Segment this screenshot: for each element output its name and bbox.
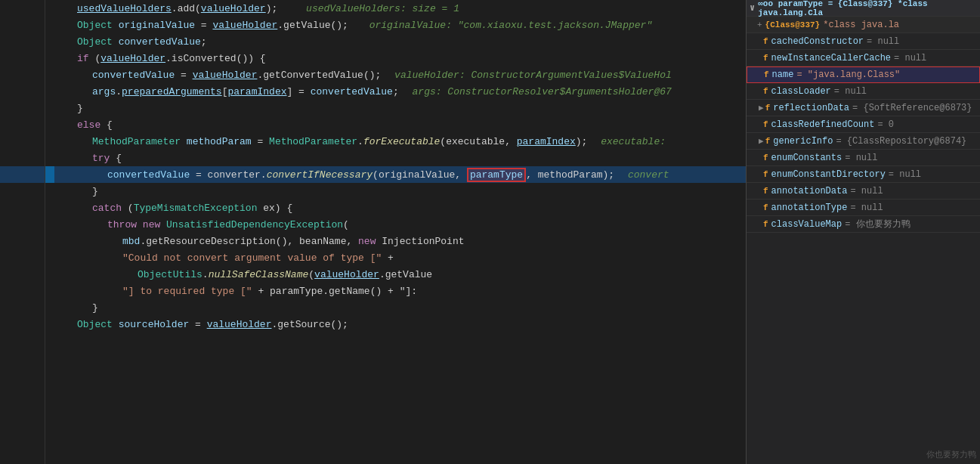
code-line: "Could not convert argument value of typ… <box>54 249 746 266</box>
code-line: MethodParameter methodParam = MethodPara… <box>54 133 746 150</box>
code-line-active: convertedValue = converter.convertIfNece… <box>54 166 746 183</box>
gutter-line <box>0 116 45 133</box>
gutter-line <box>0 83 45 100</box>
gutter-line <box>0 100 45 116</box>
watermark: 你也要努力鸭 <box>926 449 976 460</box>
debug-row-enumdir: f enumConstantDirectory = null <box>747 166 980 183</box>
class-value: *class java.la <box>823 20 899 30</box>
debug-row-cached: f cachedConstructor = null <box>747 33 980 50</box>
code-line: if (valueHolder.isConverted()) { <box>54 50 746 67</box>
field-name: reflectionData <box>773 103 849 113</box>
field-name: genericInfo <box>773 136 833 147</box>
gutter-line <box>0 17 45 33</box>
field-value: = null <box>889 169 921 180</box>
field-icon: f <box>763 170 768 179</box>
gutter-line <box>0 33 45 50</box>
gutter-line <box>0 249 45 266</box>
field-icon: f <box>763 153 768 162</box>
code-line: throw new UnsatisfiedDependencyException… <box>54 216 746 233</box>
code-content: mbd.getResourceDescription(), beanName, … <box>62 236 465 247</box>
field-value: = {SoftReference@6873} <box>852 103 972 113</box>
debug-row-anndata: f annotationData = null <box>747 183 980 200</box>
code-line: Object sourceHolder = valueHolder.getSou… <box>54 316 746 333</box>
field-value: = null <box>834 86 867 97</box>
gutter-line <box>0 216 45 233</box>
field-name: annotationData <box>771 186 848 196</box>
debug-panel[interactable]: ∨ ∞oo paramType = {Class@337} *class jav… <box>746 0 980 464</box>
field-icon: f <box>763 54 768 63</box>
code-content: MethodParameter methodParam = MethodPara… <box>62 136 666 147</box>
field-value: = null <box>850 186 883 196</box>
code-line: ObjectUtils.nullSafeClassName(valueHolde… <box>54 266 746 283</box>
field-value: = null <box>850 203 883 213</box>
debug-row-caller: f newInstanceCallerCache = null <box>747 50 980 67</box>
code-content: Object sourceHolder = valueHolder.getSou… <box>62 319 348 330</box>
field-name: name <box>772 70 794 80</box>
field-icon: f <box>765 104 771 113</box>
gutter-line <box>0 283 45 299</box>
field-icon: f <box>763 203 768 212</box>
class-icon: {Class@337} <box>765 20 821 29</box>
field-value: = "java.lang.Class" <box>796 70 900 80</box>
code-line: usedValueHolders.add(valueHolder); usedV… <box>54 0 746 17</box>
code-content: else { <box>62 119 113 131</box>
code-line: catch (TypeMismatchException ex) { <box>54 200 746 216</box>
gutter-line <box>0 233 45 249</box>
gutter-line <box>0 266 45 283</box>
code-line: convertedValue = valueHolder.getConverte… <box>54 67 746 83</box>
code-content: throw new UnsatisfiedDependencyException… <box>62 219 349 230</box>
expand-arrow-icon: ▶ <box>759 136 764 146</box>
field-icon: f <box>763 37 768 46</box>
code-content: } <box>62 302 98 314</box>
expand-icon: ∨ <box>750 2 755 14</box>
field-name: enumConstants <box>771 153 842 163</box>
param-type-highlight: paramType <box>467 168 526 182</box>
code-line: } <box>54 183 746 200</box>
code-line: "] to required type [" + paramType.getNa… <box>54 283 746 299</box>
main-container: usedValueHolders.add(valueHolder); usedV… <box>0 0 980 464</box>
debug-row-redefined: f classRedefinedCount = 0 <box>747 116 980 133</box>
field-icon: f <box>763 187 768 196</box>
gutter-line <box>0 67 45 83</box>
debug-row-anntype: f annotationType = null <box>747 200 980 216</box>
code-line: } <box>54 299 746 316</box>
code-line: } <box>54 100 746 116</box>
gutter-line <box>0 200 45 216</box>
field-icon: f <box>763 87 768 96</box>
code-content: } <box>62 186 98 197</box>
field-icon: f <box>764 70 769 79</box>
debug-row-generic[interactable]: ▶ f genericInfo = {ClassRepository@6874} <box>747 133 980 150</box>
field-icon: f <box>765 137 771 146</box>
field-value: = 你也要努力鸭 <box>845 218 910 230</box>
debug-row-classloader: f classLoader = null <box>747 83 980 100</box>
gutter-line <box>0 50 45 67</box>
code-content: "Could not convert argument value of typ… <box>62 252 394 264</box>
gutter-line <box>0 299 45 316</box>
code-content: catch (TypeMismatchException ex) { <box>62 203 292 214</box>
gutter-line <box>0 183 45 200</box>
gutter-line-active <box>0 166 45 183</box>
code-content: try { <box>62 153 122 164</box>
debug-indicators <box>45 0 54 464</box>
code-editor[interactable]: usedValueHolders.add(valueHolder); usedV… <box>54 0 746 464</box>
field-value: = null <box>867 36 899 47</box>
expand-arrow-icon: ▶ <box>759 103 764 113</box>
code-content: args.preparedArguments[paramIndex] = con… <box>62 86 672 97</box>
debug-row-classvalmap: f classValueMap = 你也要努力鸭 <box>747 216 980 233</box>
field-name: cachedConstructor <box>771 36 864 47</box>
gutter-line <box>0 133 45 150</box>
field-value: = {ClassRepository@6874} <box>836 136 966 147</box>
debug-row-enum: f enumConstants = null <box>747 150 980 166</box>
code-content: "] to required type [" + paramType.getNa… <box>62 286 417 297</box>
code-content: } <box>62 103 83 114</box>
debug-row-reflection[interactable]: ▶ f reflectionData = {SoftReference@6873… <box>747 100 980 116</box>
field-name: classRedefinedCount <box>771 119 875 130</box>
field-name: annotationType <box>771 203 848 213</box>
line-gutter <box>0 0 45 464</box>
debug-row-name-selected[interactable]: f name = "java.lang.Class" <box>747 67 980 83</box>
field-icon: f <box>763 220 768 229</box>
active-line-indicator <box>45 166 54 183</box>
code-content: usedValueHolders.add(valueHolder); usedV… <box>62 3 459 14</box>
code-line: mbd.getResourceDescription(), beanName, … <box>54 233 746 249</box>
debug-class-row[interactable]: + {Class@337} *class java.la <box>747 17 980 33</box>
